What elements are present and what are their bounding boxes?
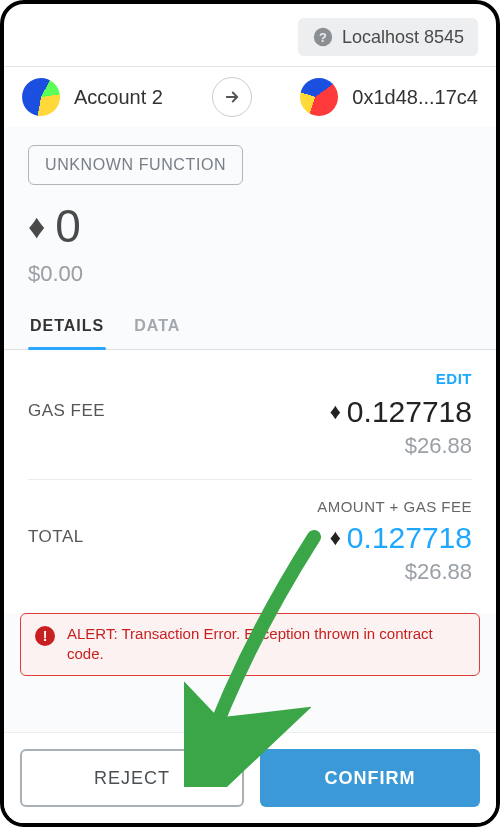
transaction-confirmation-window: ? Localhost 8545 Account 2 0x1d48...17c4…	[0, 0, 500, 827]
eth-icon: ♦	[330, 525, 341, 551]
account-to[interactable]: 0x1d48...17c4	[300, 78, 478, 116]
fee-section: EDIT GAS FEE ♦ 0.127718 $26.88 AMOUNT + …	[4, 350, 496, 613]
network-label: Localhost 8545	[342, 27, 464, 48]
total-subhead: AMOUNT + GAS FEE	[28, 498, 472, 515]
gas-fee-usd: $26.88	[330, 433, 472, 459]
gas-fee-row: GAS FEE ♦ 0.127718 $26.88	[28, 387, 472, 477]
accounts-row: Account 2 0x1d48...17c4	[4, 67, 496, 127]
confirm-button[interactable]: CONFIRM	[260, 749, 480, 807]
account-from[interactable]: Account 2	[22, 78, 163, 116]
tab-details[interactable]: DETAILS	[30, 317, 104, 349]
gas-fee-eth: 0.127718	[347, 395, 472, 429]
edit-link[interactable]: EDIT	[28, 370, 472, 387]
function-chip: UNKNOWN FUNCTION	[28, 145, 243, 185]
account-from-label: Account 2	[74, 86, 163, 109]
button-row: REJECT CONFIRM	[4, 732, 496, 823]
total-row: TOTAL ♦ 0.127718 $26.88	[28, 519, 472, 603]
alert-box: ! ALERT: Transaction Error. Exception th…	[20, 613, 480, 676]
amount-block: ♦ 0 $0.00	[4, 195, 496, 295]
top-bar: ? Localhost 8545	[4, 4, 496, 66]
eth-icon: ♦	[28, 209, 45, 243]
reject-button[interactable]: REJECT	[20, 749, 244, 807]
alert-text: ALERT: Transaction Error. Exception thro…	[67, 624, 465, 665]
content-area: UNKNOWN FUNCTION ♦ 0 $0.00 DETAILS DATA …	[4, 127, 496, 732]
account-to-label: 0x1d48...17c4	[352, 86, 478, 109]
avatar-to	[300, 78, 338, 116]
total-usd: $26.88	[330, 559, 472, 585]
tab-data[interactable]: DATA	[134, 317, 180, 349]
arrow-right-icon	[212, 77, 252, 117]
network-chip[interactable]: ? Localhost 8545	[298, 18, 478, 56]
amount-eth: 0	[55, 199, 81, 253]
divider	[28, 479, 472, 480]
amount-usd: $0.00	[28, 261, 472, 287]
svg-text:?: ?	[319, 30, 327, 45]
gas-fee-label: GAS FEE	[28, 395, 105, 421]
total-eth: 0.127718	[347, 521, 472, 555]
avatar-from	[19, 75, 63, 119]
tabs: DETAILS DATA	[4, 295, 496, 350]
total-label: TOTAL	[28, 521, 84, 547]
help-icon: ?	[312, 26, 334, 48]
alert-icon: !	[35, 626, 55, 646]
eth-icon: ♦	[330, 399, 341, 425]
